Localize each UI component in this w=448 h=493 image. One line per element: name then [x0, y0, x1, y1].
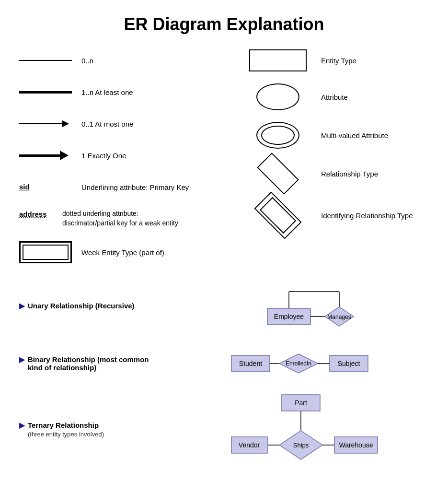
- thick-arrow-head: [60, 151, 69, 160]
- thin-arrow: [19, 120, 69, 127]
- unary-bullet-arrow: ▶: [19, 302, 25, 310]
- binary-bullet-arrow: ▶: [19, 355, 25, 364]
- thin-arrow-line: [19, 123, 62, 124]
- entity-type-label: Entity Type: [321, 57, 356, 65]
- weak-box-symbol: [19, 241, 81, 263]
- legend-row-zero-n: 0..n: [19, 49, 240, 72]
- ternary-bullet: ▶ Ternary Relationship: [19, 421, 163, 430]
- thick-arrow-line: [19, 154, 60, 157]
- legend-row-relationship-type: Relationship Type: [240, 160, 429, 187]
- multi-attribute-label: Multi-valued Attribute: [321, 131, 388, 140]
- relationship-type-label: Relationship Type: [321, 170, 378, 178]
- address-text: address: [19, 210, 47, 218]
- sid-label: Underlining attribute: Primary Key: [81, 183, 189, 191]
- legend-row-one-n: 1..n At least one: [19, 81, 240, 104]
- attribute-ellipse: [256, 83, 299, 110]
- ternary-diagram-row: ▶ Ternary Relationship (three entity typ…: [19, 392, 429, 488]
- unary-svg: Employee Manages: [253, 277, 358, 335]
- binary-label-text: Binary Relationship (most common kind of…: [28, 355, 163, 372]
- binary-label-area: ▶ Binary Relationship (most common kind …: [19, 355, 163, 372]
- exactly-one-label: 1 Exactly One: [81, 152, 126, 160]
- ternary-diamond-text: Ships: [293, 442, 309, 449]
- one-n-label: 1..n At least one: [81, 88, 133, 96]
- unary-bullet: ▶ Unary Relationship (Recursive): [19, 302, 163, 310]
- unary-entity-text: Employee: [274, 313, 303, 320]
- attribute-label: Attribute: [321, 93, 348, 101]
- sid-text: sid: [19, 183, 30, 191]
- ternary-svg: Part Ships Vendor Warehouse: [229, 392, 382, 488]
- thick-line: [19, 91, 72, 94]
- unary-diamond-text: Manages: [327, 314, 351, 320]
- thin-line: [19, 60, 72, 61]
- binary-svg-container: Student EnrolledIn Subject: [182, 349, 429, 378]
- binary-subject-text: Subject: [337, 360, 360, 367]
- thick-arrow: [19, 151, 69, 160]
- multi-ellipse-inner: [261, 126, 295, 145]
- binary-bullet: ▶ Binary Relationship (most common kind …: [19, 355, 163, 372]
- sid-symbol-area: sid: [19, 183, 81, 191]
- unary-diagram-row: ▶ Unary Relationship (Recursive) Employe…: [19, 277, 429, 335]
- legend-row-weak-entity: Week Entity Type (part of): [19, 241, 240, 264]
- ternary-vendor-text: Vendor: [238, 441, 260, 449]
- thick-line-symbol: [19, 91, 81, 94]
- thick-arrow-symbol: [19, 151, 81, 160]
- ternary-label-area: ▶ Ternary Relationship (three entity typ…: [19, 392, 163, 438]
- ternary-bullet-arrow: ▶: [19, 421, 25, 430]
- address-label: dotted underling attribute:discrimator/p…: [62, 209, 178, 228]
- identifying-rel-label: Identifying Relationship Type: [321, 211, 413, 220]
- ternary-sub-label: (three entity types involved): [19, 431, 163, 438]
- ternary-warehouse-text: Warehouse: [339, 441, 373, 449]
- binary-diagram-row: ▶ Binary Relationship (most common kind …: [19, 349, 429, 378]
- zero-one-label: 0..1 At most one: [81, 120, 133, 128]
- legend-row-multi-attribute: Multi-valued Attribute: [240, 122, 429, 149]
- thin-arrow-symbol: [19, 120, 81, 127]
- multi-ellipse-symbol: [240, 122, 316, 149]
- legend-section: 0..n 1..n At least one 0..1 At most one: [19, 49, 429, 272]
- entity-rect-symbol: [240, 49, 316, 71]
- weak-entity-label: Week Entity Type (part of): [81, 248, 164, 257]
- unary-svg-container: Employee Manages: [182, 277, 429, 335]
- address-symbol-area: address: [19, 209, 62, 219]
- legend-row-sid: sid Underlining attribute: Primary Key: [19, 176, 240, 199]
- legend-row-identifying-rel: Identifying Relationship Type: [240, 199, 429, 232]
- ternary-label-text: Ternary Relationship: [28, 421, 99, 429]
- page-title: ER Diagram Explanation: [19, 10, 429, 35]
- diagrams-section: ▶ Unary Relationship (Recursive) Employe…: [19, 277, 429, 488]
- legend-row-exactly-one: 1 Exactly One: [19, 144, 240, 167]
- binary-diamond-text: EnrolledIn: [285, 360, 311, 367]
- multi-ellipse-outer: [256, 122, 299, 149]
- legend-row-address: address dotted underling attribute:discr…: [19, 207, 240, 230]
- ternary-svg-container: Part Ships Vendor Warehouse: [182, 392, 429, 488]
- diamond-symbol: [240, 160, 316, 187]
- weak-entity-box: [19, 241, 72, 263]
- thin-arrow-head: [62, 120, 69, 127]
- double-diamond-container: [249, 199, 307, 232]
- double-diamond-symbol: [240, 199, 316, 232]
- binary-svg: Student EnrolledIn Subject: [229, 349, 382, 378]
- legend-left-col: 0..n 1..n At least one 0..1 At most one: [19, 49, 240, 272]
- diamond: [257, 153, 299, 195]
- diamond-container: [254, 160, 302, 187]
- legend-row-zero-one: 0..1 At most one: [19, 112, 240, 135]
- unary-label-area: ▶ Unary Relationship (Recursive): [19, 302, 163, 310]
- unary-label-text: Unary Relationship (Recursive): [28, 302, 135, 310]
- legend-row-attribute: Attribute: [240, 83, 429, 110]
- ternary-part-text: Part: [295, 399, 307, 407]
- legend-row-entity-type: Entity Type: [240, 49, 429, 72]
- binary-student-text: Student: [239, 360, 262, 367]
- thin-line-symbol: [19, 60, 81, 61]
- legend-right-col: Entity Type Attribute Multi-valued Attri…: [240, 49, 429, 272]
- zero-n-label: 0..n: [81, 57, 93, 65]
- attribute-ellipse-symbol: [240, 83, 316, 110]
- entity-rect: [249, 49, 307, 71]
